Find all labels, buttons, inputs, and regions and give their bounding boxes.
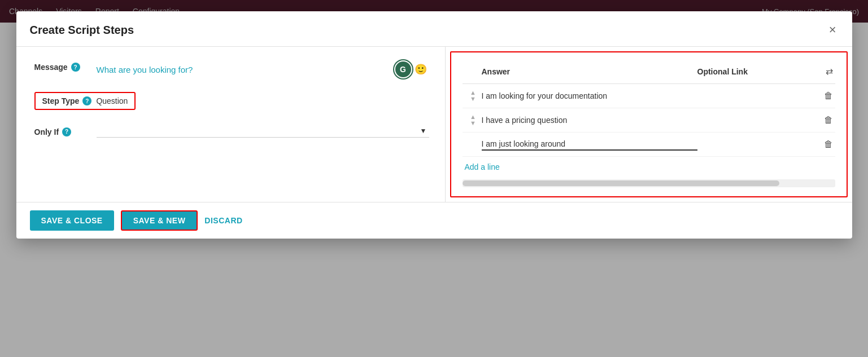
only-if-select[interactable] xyxy=(97,124,429,138)
modal-header: Create Script Steps × xyxy=(16,11,852,47)
answer-row: ▲ ▼ 🗑 xyxy=(463,133,835,157)
add-line-button[interactable]: Add a line xyxy=(463,157,502,177)
delete-btn-1[interactable]: 🗑 xyxy=(810,91,833,101)
answer-row: ▲ ▼ I have a pricing question 🗑 xyxy=(463,108,835,133)
horizontal-scrollbar[interactable] xyxy=(463,179,835,187)
message-help-icon[interactable]: ? xyxy=(71,63,80,72)
answers-list: ▲ ▼ I am looking for your documentation … xyxy=(463,84,835,177)
step-type-value: Question xyxy=(96,96,128,105)
message-icons: G 🙂 xyxy=(394,60,427,78)
drag-handle-3: ▲ ▼ xyxy=(465,138,482,151)
answer-col-header: Answer xyxy=(482,67,697,76)
modal-title: Create Script Steps xyxy=(30,24,134,37)
grammarly-icon: G xyxy=(394,60,412,78)
actions-col-header: ⇄ xyxy=(810,66,833,77)
only-if-label: Only If ? xyxy=(34,125,97,136)
modal-overlay: Create Script Steps × Message ? What are… xyxy=(0,0,868,357)
scrollbar-thumb xyxy=(463,180,779,186)
save-close-button[interactable]: SAVE & CLOSE xyxy=(30,210,114,231)
modal-close-button[interactable]: × xyxy=(827,21,839,38)
step-type-box: Step Type ? Question xyxy=(34,92,136,110)
discard-button[interactable]: DISCARD xyxy=(204,216,242,225)
step-type-help-icon[interactable]: ? xyxy=(82,96,91,105)
answers-table-header: Answer Optional Link ⇄ xyxy=(463,61,835,84)
modal-footer: SAVE & CLOSE SAVE & NEW DISCARD xyxy=(16,202,852,239)
step-type-label: Step Type ? xyxy=(42,96,92,105)
drag-handle-2[interactable]: ▲ ▼ xyxy=(465,114,482,126)
filter-icon[interactable]: ⇄ xyxy=(826,66,833,77)
drag-handle-1[interactable]: ▲ ▼ xyxy=(465,90,482,102)
only-if-help-icon[interactable]: ? xyxy=(62,127,71,136)
modal-body: Message ? What are you looking for? G 🙂 xyxy=(16,47,852,202)
message-row: Message ? What are you looking for? G 🙂 xyxy=(34,60,427,78)
only-if-arrow-icon: ▼ xyxy=(420,127,427,135)
answer-input-3[interactable] xyxy=(482,138,697,151)
save-new-button[interactable]: SAVE & NEW xyxy=(121,210,198,231)
message-value: What are you looking for? G 🙂 xyxy=(97,60,427,78)
modal-dialog: Create Script Steps × Message ? What are… xyxy=(16,11,852,239)
step-type-row: Step Type ? Question xyxy=(34,92,427,110)
delete-btn-2[interactable]: 🗑 xyxy=(810,115,833,125)
answer-text-1: I am looking for your documentation xyxy=(482,91,697,100)
answer-row: ▲ ▼ I am looking for your documentation … xyxy=(463,84,835,108)
answer-text-2: I have a pricing question xyxy=(482,116,697,125)
left-panel: Message ? What are you looking for? G 🙂 xyxy=(16,47,446,202)
delete-btn-3[interactable]: 🗑 xyxy=(810,139,833,149)
right-panel: Answer Optional Link ⇄ ▲ ▼ I am looking xyxy=(450,51,848,197)
optional-link-col-header: Optional Link xyxy=(697,67,810,76)
message-label: Message ? xyxy=(34,60,97,72)
only-if-row: Only If ? ▼ xyxy=(34,124,427,138)
emoji-icon[interactable]: 🙂 xyxy=(415,63,427,76)
